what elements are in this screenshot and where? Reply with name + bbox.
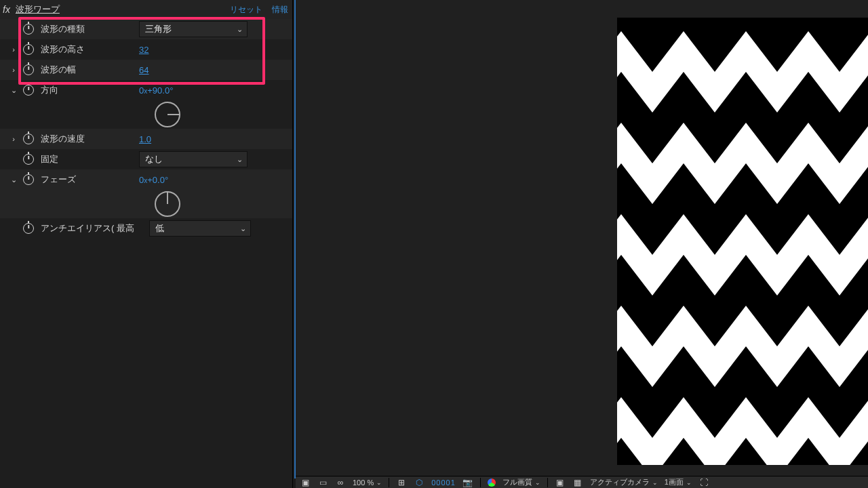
stopwatch-icon[interactable] — [23, 64, 34, 75]
resolution-icon[interactable]: ▭ — [317, 478, 328, 487]
prop-label: 波形の高さ — [41, 43, 139, 56]
composition-viewer[interactable] — [296, 0, 868, 476]
chevron-down-icon: ⌄ — [240, 224, 246, 233]
direction-angle-dial[interactable] — [155, 102, 180, 127]
zoom-value: 100 % — [353, 479, 374, 487]
stopwatch-icon[interactable] — [23, 24, 34, 35]
dropdown-value: 三角形 — [145, 23, 172, 35]
magnify-icon[interactable]: ▣ — [300, 478, 311, 487]
target-icon[interactable]: ⊞ — [396, 478, 407, 487]
wave-speed-value[interactable]: 1.0 — [139, 134, 151, 144]
chevron-down-icon: ⌄ — [376, 479, 382, 486]
chevron-down-icon: ⌄ — [237, 155, 243, 164]
views-dropdown[interactable]: 1画面 ⌄ — [665, 477, 692, 487]
quality-value: フル画質 — [502, 477, 532, 487]
channel-icon[interactable] — [488, 479, 496, 487]
twirl-icon[interactable]: › — [9, 45, 18, 54]
separator — [547, 478, 548, 487]
row-phase: ⌄ フェーズ 0x+0.0° — [0, 169, 292, 190]
goggles-icon[interactable]: ∞ — [335, 478, 346, 487]
fx-badge: fx — [3, 4, 10, 15]
region-icon[interactable]: ▣ — [555, 478, 566, 487]
twirl-icon[interactable]: › — [9, 135, 18, 143]
stopwatch-icon[interactable] — [23, 154, 34, 165]
row-wave-type: 波形の種類 三角形 ⌄ — [0, 19, 292, 39]
stopwatch-icon[interactable] — [23, 85, 34, 96]
chevron-down-icon: ⌄ — [535, 479, 540, 486]
effect-header: fx 波形ワープ リセット 情報 — [0, 0, 292, 19]
antialias-dropdown[interactable]: 低 ⌄ — [149, 220, 251, 237]
row-wave-height: › 波形の高さ 32 — [0, 39, 292, 60]
row-wave-speed: › 波形の速度 1.0 — [0, 129, 292, 149]
twirl-open-icon[interactable]: ⌄ — [9, 86, 18, 95]
crop-icon[interactable]: ⛶ — [698, 478, 709, 487]
stopwatch-icon[interactable] — [23, 174, 34, 185]
chevron-down-icon: ⌄ — [686, 479, 692, 486]
prop-label: アンチエイリアス( 最高 — [41, 222, 149, 235]
row-wave-width: › 波形の幅 64 — [0, 60, 292, 80]
stopwatch-icon[interactable] — [23, 134, 34, 144]
prop-label: 波形の幅 — [41, 64, 139, 76]
snapshot-icon[interactable]: 📷 — [462, 478, 473, 487]
phase-angle-dial[interactable] — [155, 191, 180, 217]
direction-value[interactable]: 0x+90.0° — [139, 85, 173, 96]
effect-title[interactable]: 波形ワープ — [16, 3, 220, 16]
row-pinning: 固定 なし ⌄ — [0, 149, 292, 169]
mask-icon[interactable]: ⬡ — [414, 478, 425, 487]
phase-value[interactable]: 0x+0.0° — [139, 175, 168, 185]
row-antialias: アンチエイリアス( 最高 低 ⌄ — [0, 218, 292, 239]
viewer-toolbar: ▣ ▭ ∞ 100 % ⌄ ⊞ ⬡ 00001 📷 フル画質 ⌄ ▣ ▦ アクテ… — [296, 476, 868, 488]
stopwatch-icon[interactable] — [23, 44, 34, 55]
effect-about-link[interactable]: 情報 — [272, 4, 288, 16]
separator — [480, 478, 481, 487]
separator — [389, 478, 389, 487]
prop-label: 方向 — [41, 84, 139, 96]
wave-width-value[interactable]: 64 — [139, 65, 149, 75]
zoom-dropdown[interactable]: 100 % ⌄ — [353, 479, 382, 487]
prop-label: 固定 — [41, 153, 139, 165]
row-direction-dial — [0, 100, 292, 129]
dropdown-value: 低 — [155, 222, 164, 235]
row-direction: ⌄ 方向 0x+90.0° — [0, 80, 292, 100]
row-phase-dial — [0, 190, 292, 218]
stopwatch-icon[interactable] — [23, 223, 34, 234]
camera-value: アクティブカメラ — [590, 477, 650, 487]
camera-dropdown[interactable]: アクティブカメラ ⌄ — [590, 477, 658, 487]
chevron-down-icon: ⌄ — [237, 25, 243, 34]
composition-canvas — [617, 18, 868, 465]
prop-label: フェーズ — [41, 174, 139, 186]
transparency-grid-icon[interactable]: ▦ — [572, 478, 583, 487]
pinning-dropdown[interactable]: なし ⌄ — [139, 151, 248, 167]
twirl-icon[interactable]: › — [9, 66, 18, 74]
effect-reset-link[interactable]: リセット — [230, 4, 262, 16]
effects-panel: fx 波形ワープ リセット 情報 波形の種類 三角形 ⌄ › 波形の高さ 32 … — [0, 0, 293, 488]
twirl-open-icon[interactable]: ⌄ — [9, 176, 18, 184]
wave-type-dropdown[interactable]: 三角形 ⌄ — [139, 21, 248, 37]
prop-label: 波形の種類 — [41, 23, 139, 35]
dropdown-value: なし — [145, 153, 163, 165]
current-time[interactable]: 00001 — [431, 479, 456, 487]
prop-label: 波形の速度 — [41, 133, 139, 145]
wave-height-value[interactable]: 32 — [139, 45, 149, 55]
quality-dropdown[interactable]: フル画質 ⌄ — [502, 477, 540, 487]
chevron-down-icon: ⌄ — [652, 479, 658, 486]
views-value: 1画面 — [665, 477, 684, 487]
